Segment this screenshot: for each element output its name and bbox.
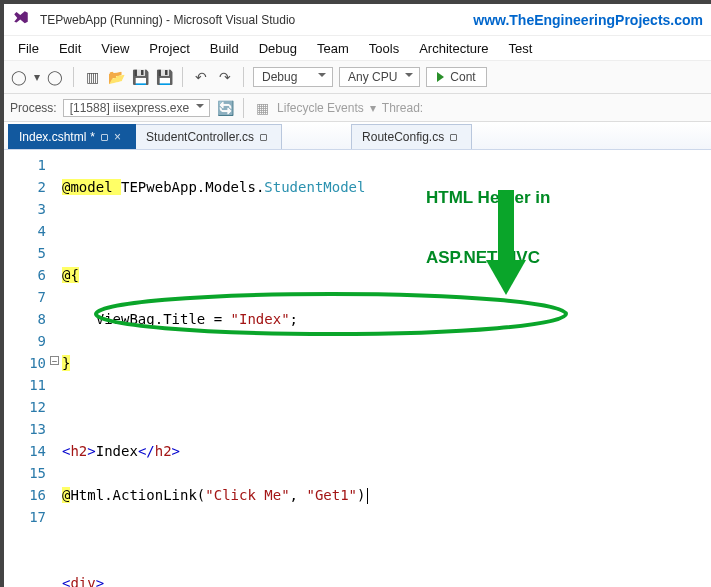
menu-project[interactable]: Project	[139, 39, 199, 58]
process-label: Process:	[10, 101, 57, 115]
save-icon[interactable]: 💾	[131, 68, 149, 86]
annotation-label: HTML Helper in ASP.NET MVC	[426, 148, 550, 308]
menu-debug[interactable]: Debug	[249, 39, 307, 58]
pin-icon[interactable]	[101, 134, 108, 141]
pin-icon[interactable]	[450, 134, 457, 141]
tab-dirty-indicator: *	[90, 130, 95, 144]
toolbar-separator	[243, 98, 244, 118]
text-cursor	[367, 488, 368, 504]
nav-back-icon[interactable]: ◯	[10, 68, 28, 86]
solution-config-dropdown[interactable]: Debug	[253, 67, 333, 87]
solution-platform-dropdown[interactable]: Any CPU	[339, 67, 420, 87]
refresh-icon[interactable]: 🔄	[216, 99, 234, 117]
new-file-icon[interactable]: ▥	[83, 68, 101, 86]
watermark-url: www.TheEngineeringProjects.com	[473, 12, 703, 28]
pin-icon[interactable]	[260, 134, 267, 141]
vs-logo-icon	[12, 9, 30, 30]
menu-team[interactable]: Team	[307, 39, 359, 58]
nav-forward-icon[interactable]: ◯	[46, 68, 64, 86]
menu-test[interactable]: Test	[499, 39, 543, 58]
undo-icon[interactable]: ↶	[192, 68, 210, 86]
nav-back-chevron-icon[interactable]: ▾	[34, 70, 40, 84]
lifecycle-events-label: Lifecycle Events	[277, 101, 364, 115]
redo-icon[interactable]: ↷	[216, 68, 234, 86]
menu-view[interactable]: View	[91, 39, 139, 58]
lifecycle-chevron-icon: ▾	[370, 101, 376, 115]
close-icon[interactable]: ×	[114, 130, 121, 144]
play-icon	[437, 72, 444, 82]
toolbar-separator	[73, 67, 74, 87]
menubar: File Edit View Project Build Debug Team …	[4, 36, 711, 60]
continue-label: Cont	[450, 70, 475, 84]
save-all-icon[interactable]: 💾	[155, 68, 173, 86]
tab-label: StudentController.cs	[146, 130, 254, 144]
tab-label: Index.cshtml	[19, 130, 86, 144]
menu-edit[interactable]: Edit	[49, 39, 91, 58]
code-content[interactable]: @model TEPwebApp.Models.StudentModel @{ …	[56, 150, 711, 587]
tab-label: RouteConfig.cs	[362, 130, 444, 144]
code-editor[interactable]: 1234567891011121314151617 − @model TEPwe…	[4, 150, 711, 587]
menu-architecture[interactable]: Architecture	[409, 39, 498, 58]
menu-build[interactable]: Build	[200, 39, 249, 58]
toolbar-separator	[182, 67, 183, 87]
continue-button[interactable]: Cont	[426, 67, 486, 87]
window-title: TEPwebApp (Running) - Microsoft Visual S…	[40, 13, 295, 27]
tab-index-cshtml[interactable]: Index.cshtml* ×	[8, 124, 136, 149]
process-dropdown[interactable]: [11588] iisexpress.exe	[63, 99, 210, 117]
open-file-icon[interactable]: 📂	[107, 68, 125, 86]
thread-label: Thread:	[382, 101, 423, 115]
toolbar-separator	[243, 67, 244, 87]
line-number-gutter: 1234567891011121314151617	[4, 150, 56, 587]
menu-tools[interactable]: Tools	[359, 39, 409, 58]
tab-routeconfig[interactable]: RouteConfig.cs	[351, 124, 472, 149]
menu-file[interactable]: File	[8, 39, 49, 58]
tab-studentcontroller[interactable]: StudentController.cs	[135, 124, 282, 149]
lifecycle-icon: ▦	[253, 99, 271, 117]
